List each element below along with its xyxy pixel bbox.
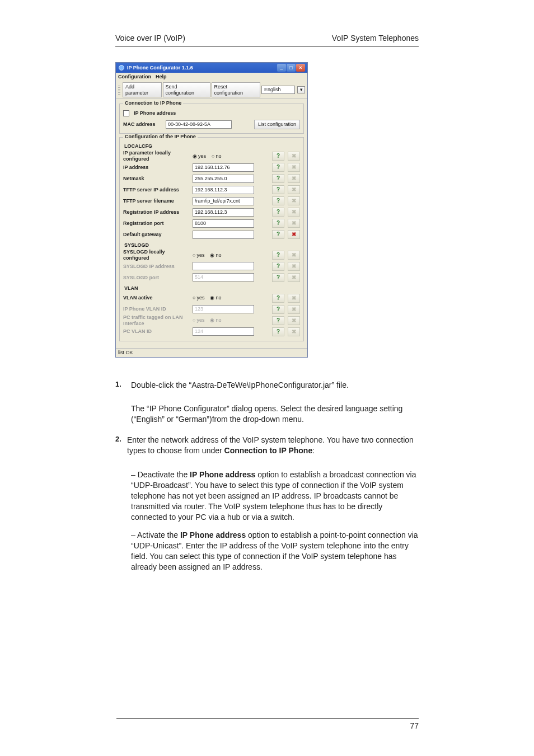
toolbar: Add parameter Send configuration Reset c… (116, 81, 307, 100)
config-row: TFTP server IP address192.168.112.3?✖ (123, 184, 300, 195)
row-label: IP Phone VLAN ID (123, 306, 190, 312)
mac-input[interactable]: 00-30-42-08-92-5A (166, 120, 232, 129)
delete-icon: ✖ (292, 220, 296, 227)
help-button[interactable]: ? (272, 208, 284, 217)
syslogd-title: SYSLOGD (124, 242, 300, 248)
config-row: SYSLOGD IP address?✖ (123, 261, 300, 272)
step-2-tail: : (312, 446, 315, 455)
delete-icon: ✖ (292, 263, 296, 270)
localcfg-title: LOCALCFG (124, 143, 300, 149)
vlan-title: VLAN (124, 285, 300, 292)
row-input[interactable]: 255.255.255.0 (193, 175, 254, 183)
row-label: VLAN active (123, 295, 190, 301)
row-label: PC VLAN ID (123, 328, 190, 335)
help-button[interactable]: ? (272, 316, 284, 325)
row-input[interactable]: 192.168.112.3 (193, 208, 254, 217)
yes-no-radio[interactable]: ○ yes◉ no (193, 252, 254, 259)
reset-configuration-button[interactable]: Reset configuration (212, 82, 261, 98)
delete-button[interactable]: ✖ (288, 230, 300, 239)
list-configuration-button[interactable]: List configuration (254, 120, 300, 129)
row-label: SYSLOGD port (123, 275, 190, 281)
row-input: 514 (193, 273, 254, 281)
delete-button: ✖ (288, 185, 300, 194)
delete-button: ✖ (288, 316, 300, 325)
row-label: Netmask (123, 176, 190, 182)
chevron-down-icon: ▾ (300, 87, 303, 93)
delete-button: ✖ (288, 305, 300, 314)
row-input[interactable]: 192.168.112.76 (193, 163, 254, 172)
row-input: 124 (193, 327, 254, 336)
help-button[interactable]: ? (272, 230, 284, 239)
help-button[interactable]: ? (272, 262, 284, 271)
help-button[interactable]: ? (272, 219, 284, 228)
config-row: Registration port8100?✖ (123, 218, 300, 229)
maximize-button[interactable]: □ (287, 64, 296, 72)
help-icon: ? (277, 295, 280, 302)
delete-icon: ✖ (292, 306, 296, 313)
delete-button: ✖ (288, 273, 300, 282)
config-row: Netmask255.255.255.0?✖ (123, 173, 300, 184)
para-unicast: – Activate the IP Phone address option t… (131, 530, 419, 572)
delete-button: ✖ (288, 262, 300, 271)
help-button[interactable]: ? (272, 196, 284, 205)
app-icon (118, 64, 125, 71)
radio-no-icon: ○ (212, 153, 214, 159)
config-row: IP address192.168.112.76?✖ (123, 162, 300, 173)
help-button[interactable]: ? (272, 163, 284, 172)
config-row: PC VLAN ID124?✖ (123, 326, 300, 337)
help-button[interactable]: ? (272, 174, 284, 183)
help-icon: ? (277, 153, 280, 159)
row-label: TFTP server filename (123, 198, 190, 204)
app-window: IP Phone Configurator 1.1.6 _ □ × Config… (115, 62, 308, 358)
help-button[interactable]: ? (272, 185, 284, 194)
config-row: IP parameter locally configured◉ yes○ no… (123, 151, 300, 162)
delete-button: ✖ (288, 196, 300, 205)
ip-phone-address-checkbox[interactable] (123, 110, 129, 116)
row-input[interactable]: 192.168.112.3 (193, 186, 254, 194)
add-parameter-button[interactable]: Add parameter (123, 82, 162, 98)
p4-pre: – Activate the (131, 530, 180, 539)
help-icon: ? (277, 209, 280, 215)
p3-pre: – Deactivate the (131, 470, 190, 479)
row-label: SYSLOGD IP address (123, 264, 190, 270)
delete-icon: ✖ (292, 153, 296, 159)
header-left: Voice over IP (VoIP) (115, 34, 185, 43)
config-row: TFTP server filename/ram/ip_tel/opi7x.cn… (123, 195, 300, 206)
radio-no-icon: ◉ (210, 317, 214, 323)
help-button[interactable]: ? (272, 294, 284, 303)
language-dropdown[interactable]: ▾ (297, 86, 305, 93)
step-2-number: 2. (115, 435, 121, 464)
help-button[interactable]: ? (272, 251, 284, 260)
delete-icon: ✖ (292, 164, 296, 171)
menu-help[interactable]: Help (156, 74, 167, 80)
delete-icon: ✖ (292, 274, 296, 281)
config-row: PC traffic tagged on LAN Interface○ yes◉… (123, 315, 300, 326)
delete-icon: ✖ (292, 328, 296, 335)
row-label: IP address (123, 165, 190, 171)
yes-no-radio[interactable]: ◉ yes○ no (193, 153, 254, 159)
close-button[interactable]: × (296, 64, 305, 72)
row-label: TFTP server IP address (123, 187, 190, 193)
radio-no-icon: ◉ (210, 295, 214, 301)
minimize-button[interactable]: _ (277, 64, 286, 72)
menu-configuration[interactable]: Configuration (118, 74, 151, 80)
titlebar[interactable]: IP Phone Configurator 1.1.6 _ □ × (116, 63, 307, 73)
yes-no-radio[interactable]: ○ yes◉ no (193, 295, 254, 301)
ip-phone-address-label: IP Phone address (134, 110, 176, 116)
toolbar-grip-icon[interactable] (118, 86, 120, 95)
help-button[interactable]: ? (272, 327, 284, 336)
page: Voice over IP (VoIP) VoIP System Telepho… (0, 0, 534, 756)
send-configuration-button[interactable]: Send configuration (163, 82, 210, 98)
help-icon: ? (277, 252, 280, 259)
row-label: SYSLOGD locally configured (123, 249, 190, 261)
help-button[interactable]: ? (272, 273, 284, 282)
row-input[interactable]: /ram/ip_tel/opi7x.cnt (193, 197, 254, 205)
help-button[interactable]: ? (272, 305, 284, 314)
help-icon: ? (277, 317, 280, 324)
delete-button: ✖ (288, 163, 300, 172)
page-number: 77 (116, 719, 419, 730)
row-input[interactable] (193, 231, 254, 239)
help-button[interactable]: ? (272, 152, 284, 161)
panel-body: Connection to IP Phone IP Phone address … (116, 99, 307, 348)
row-input[interactable]: 8100 (193, 219, 254, 228)
